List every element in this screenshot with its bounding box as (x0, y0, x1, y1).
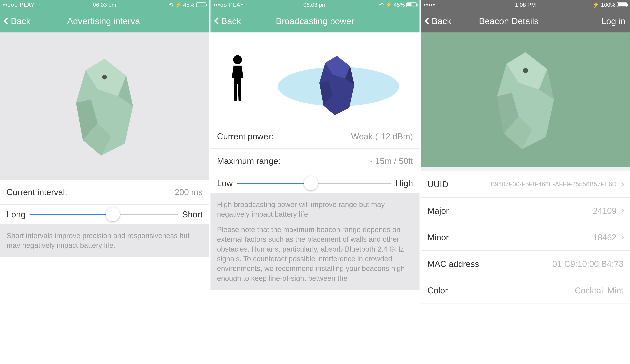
status-bar: •••oo PLAY ᯤ 06:03 pm ⟲ ⚡ 45% (210, 0, 420, 9)
status-extras-icon: ⟲ ⚡ (379, 1, 392, 8)
minor-label: Minor (428, 232, 449, 242)
section-spacer (421, 167, 630, 171)
slider-max-label: Short (182, 209, 202, 219)
page-title: Beacon Details (479, 16, 538, 26)
chevron-right-icon (620, 209, 624, 213)
wifi-icon: ᯤ (36, 2, 42, 8)
uuid-label: UUID (428, 179, 448, 189)
current-interval-value: 200 ms (174, 187, 202, 197)
battery-icon (196, 2, 206, 7)
battery-icon (617, 2, 627, 7)
max-range-value: ~ 15m / 50ft (368, 156, 413, 166)
minor-value: 18462 (593, 232, 616, 242)
interval-slider[interactable] (30, 213, 178, 215)
major-label: Major (428, 206, 449, 216)
svg-point-16 (523, 68, 528, 73)
mac-row[interactable]: MAC address 01:C9:10:00:B4:73 (421, 251, 630, 277)
wifi-icon: ᯤ (246, 2, 251, 8)
screen-advertising-interval: ••ooo PLAY ᯤ 06:03 pm ⟲ ⚡ 45% Back Adver… (0, 0, 209, 364)
back-button[interactable]: Back (4, 16, 30, 26)
slider-min-label: Long (6, 209, 26, 219)
slider-max-label: High (396, 178, 413, 188)
status-time: 06:03 pm (303, 2, 327, 8)
current-power-value: Weak (-12 dBm) (351, 131, 413, 141)
slider-min-label: Low (217, 178, 233, 188)
back-button[interactable]: Back (215, 16, 241, 26)
status-time: 1:08 PM (515, 2, 536, 8)
max-range-label: Maximum range: (217, 156, 280, 166)
svg-point-5 (102, 75, 107, 79)
back-label: Back (11, 16, 30, 26)
current-interval-label: Current interval: (6, 187, 67, 197)
nav-bar: Back Advertising interval (0, 9, 209, 32)
nav-bar: Back Beacon Details Log in (421, 9, 630, 32)
chevron-left-icon (424, 17, 431, 24)
battery-percent: 45% (183, 2, 194, 8)
power-hero (210, 32, 420, 124)
chevron-right-icon (620, 235, 624, 239)
beacon-hero (421, 32, 630, 167)
nav-bar: Back Broadcasting power (210, 9, 420, 32)
slider-thumb[interactable] (304, 176, 318, 190)
screen-broadcasting-power: •••oo PLAY ᯤ 06:03 pm ⟲ ⚡ 45% Back Broad… (210, 0, 420, 364)
chevron-left-icon (214, 17, 221, 24)
battery-percent: 100% (601, 2, 615, 8)
page-title: Broadcasting power (276, 16, 354, 26)
current-power-label: Current power: (217, 131, 274, 141)
slider-thumb[interactable] (106, 207, 120, 221)
max-range-row: Maximum range: ~ 15m / 50ft (210, 149, 420, 174)
chevron-right-icon (620, 182, 624, 186)
color-value: Cocktail Mint (574, 286, 624, 295)
signal-icon: ••ooo PLAY (3, 2, 35, 8)
page-title: Advertising interval (67, 16, 142, 26)
signal-icon: ••••• (424, 2, 435, 8)
svg-point-6 (233, 55, 242, 64)
current-interval-row: Current interval: 200 ms (0, 180, 209, 204)
signal-icon: •••oo PLAY (214, 2, 244, 8)
bluetooth-icon: ⚡ (592, 1, 599, 8)
major-value: 24109 (593, 206, 616, 216)
color-row[interactable]: Color Cocktail Mint (421, 277, 630, 304)
uuid-value: B9407F30-F5F8-466E-AFF9-25556B57FE6D (491, 181, 616, 188)
beacon-mint-icon (491, 49, 560, 151)
status-extras-icon: ⟲ ⚡ (168, 1, 182, 8)
uuid-row[interactable]: UUID B9407F30-F5F8-466E-AFF9-25556B57FE6… (421, 171, 630, 198)
status-time: 06:03 pm (93, 2, 116, 8)
battery-icon (406, 2, 416, 7)
status-bar: ••ooo PLAY ᯤ 06:03 pm ⟲ ⚡ 45% (0, 0, 209, 9)
screen-beacon-details: ••••• 1:08 PM ⚡ 100% Back Beacon Details… (421, 0, 630, 364)
person-icon (227, 54, 248, 103)
beacon-mint-icon (70, 55, 139, 157)
login-button[interactable]: Log in (601, 16, 626, 26)
back-label: Back (432, 16, 451, 26)
mac-value: 01:C9:10:00:B4:73 (552, 259, 624, 269)
help-text: High broadcasting power will improve ran… (210, 193, 420, 290)
power-slider-row: Low High (210, 174, 420, 193)
color-label: Color (428, 286, 448, 295)
minor-row[interactable]: Minor 18462 (421, 224, 630, 251)
help-text: Short intervals improve precision and re… (0, 224, 209, 257)
back-label: Back (221, 16, 241, 26)
status-bar: ••••• 1:08 PM ⚡ 100% (421, 0, 630, 9)
beacon-hero (0, 32, 209, 180)
beacon-blue-icon (316, 54, 358, 116)
power-slider[interactable] (236, 182, 392, 184)
interval-slider-row: Long Short (0, 204, 209, 224)
major-row[interactable]: Major 24109 (421, 198, 630, 224)
chevron-left-icon (4, 17, 10, 24)
back-button[interactable]: Back (426, 16, 451, 26)
battery-percent: 45% (394, 2, 405, 8)
current-power-row: Current power: Weak (-12 dBm) (210, 124, 420, 149)
mac-label: MAC address (428, 259, 479, 269)
